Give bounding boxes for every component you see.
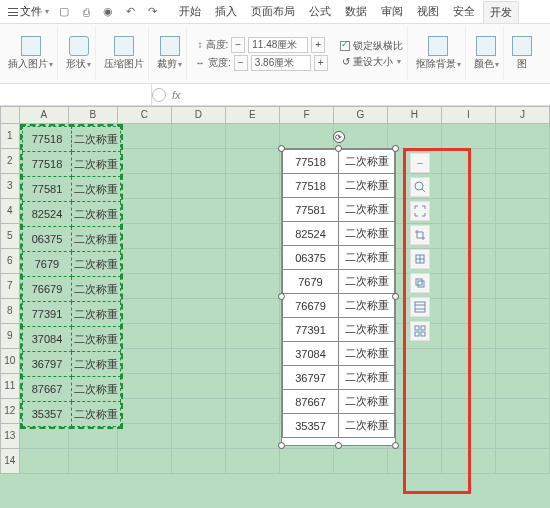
row-header[interactable]: 2 <box>0 149 20 174</box>
col-header-B[interactable]: B <box>69 106 118 124</box>
resize-handle-tr[interactable] <box>392 145 399 152</box>
cell[interactable] <box>172 424 226 449</box>
cell[interactable] <box>226 449 280 474</box>
row-header[interactable]: 6 <box>0 249 20 274</box>
cell[interactable] <box>496 124 550 149</box>
inserted-image-object[interactable]: ⟳ 77518二次称重77518二次称重77581二次称重82524二次称重06… <box>281 148 396 446</box>
cell[interactable] <box>118 249 172 274</box>
resize-handle-t[interactable] <box>335 145 342 152</box>
col-header-I[interactable]: I <box>442 106 496 124</box>
tab-dev[interactable]: 开发 <box>483 1 519 23</box>
cell[interactable] <box>118 274 172 299</box>
resize-handle-bl[interactable] <box>278 442 285 449</box>
resize-handle-l[interactable] <box>278 293 285 300</box>
cell[interactable] <box>118 299 172 324</box>
col-header-H[interactable]: H <box>388 106 442 124</box>
tool-grid-icon[interactable] <box>410 297 430 317</box>
tool-zoom-icon[interactable] <box>410 177 430 197</box>
cell[interactable] <box>496 199 550 224</box>
cell[interactable] <box>172 449 226 474</box>
row-header[interactable]: 12 <box>0 399 20 424</box>
cell[interactable] <box>496 149 550 174</box>
height-dec[interactable]: − <box>231 37 245 53</box>
cell[interactable] <box>172 124 226 149</box>
cell[interactable] <box>172 324 226 349</box>
tool-copy-icon[interactable] <box>410 273 430 293</box>
preview-icon[interactable]: ◉ <box>100 4 116 20</box>
cell[interactable] <box>118 374 172 399</box>
lock-ratio-check[interactable]: 锁定纵横比 <box>340 39 403 53</box>
col-header-J[interactable]: J <box>496 106 550 124</box>
row-header[interactable]: 13 <box>0 424 20 449</box>
col-header-F[interactable]: F <box>280 106 334 124</box>
cell[interactable] <box>118 349 172 374</box>
cell[interactable] <box>226 199 280 224</box>
cell[interactable] <box>226 324 280 349</box>
cell[interactable] <box>172 249 226 274</box>
cell[interactable] <box>118 424 172 449</box>
cell[interactable] <box>496 174 550 199</box>
undo-icon[interactable]: ↶ <box>122 4 138 20</box>
cell[interactable] <box>226 224 280 249</box>
print-icon[interactable]: ⎙ <box>78 4 94 20</box>
tool-brightness-icon[interactable] <box>410 249 430 269</box>
tab-view[interactable]: 视图 <box>411 1 445 23</box>
cell[interactable] <box>226 299 280 324</box>
height-inc[interactable]: + <box>311 37 325 53</box>
cell[interactable] <box>334 449 388 474</box>
cell[interactable] <box>172 274 226 299</box>
cell[interactable] <box>496 449 550 474</box>
tool-crop-icon[interactable] <box>410 225 430 245</box>
cell[interactable] <box>496 224 550 249</box>
cell[interactable] <box>496 424 550 449</box>
resize-handle-br[interactable] <box>392 442 399 449</box>
cell[interactable] <box>226 274 280 299</box>
row-header[interactable]: 1 <box>0 124 20 149</box>
resize-handle-r[interactable] <box>392 293 399 300</box>
compress-button[interactable]: 压缩图片 <box>100 26 149 81</box>
width-inc[interactable]: + <box>314 55 328 71</box>
crop-button[interactable]: 裁剪▾ <box>153 26 187 81</box>
rotate-handle[interactable]: ⟳ <box>333 131 345 143</box>
tab-security[interactable]: 安全 <box>447 1 481 23</box>
cell[interactable] <box>118 199 172 224</box>
tab-review[interactable]: 审阅 <box>375 1 409 23</box>
col-header-G[interactable]: G <box>334 106 388 124</box>
cell[interactable] <box>496 374 550 399</box>
tool-settings-icon[interactable] <box>410 321 430 341</box>
cell[interactable] <box>118 324 172 349</box>
row-header[interactable]: 11 <box>0 374 20 399</box>
row-header[interactable]: 7 <box>0 274 20 299</box>
cell[interactable] <box>496 299 550 324</box>
cell[interactable] <box>226 424 280 449</box>
cell[interactable] <box>118 149 172 174</box>
cell[interactable] <box>226 149 280 174</box>
cell[interactable] <box>172 299 226 324</box>
width-dec[interactable]: − <box>234 55 248 71</box>
row-header[interactable]: 8 <box>0 299 20 324</box>
row-header[interactable]: 3 <box>0 174 20 199</box>
cell[interactable] <box>172 399 226 424</box>
tool-expand-icon[interactable] <box>410 201 430 221</box>
row-header[interactable]: 9 <box>0 324 20 349</box>
color-button[interactable]: 颜色▾ <box>470 26 504 81</box>
tab-insert[interactable]: 插入 <box>209 1 243 23</box>
cell[interactable] <box>20 449 69 474</box>
tool-minus-icon[interactable]: − <box>410 153 430 173</box>
cell[interactable] <box>118 224 172 249</box>
cell[interactable] <box>226 249 280 274</box>
cell[interactable] <box>172 199 226 224</box>
cell[interactable] <box>172 374 226 399</box>
file-menu[interactable]: 文件 ▾ <box>4 4 53 19</box>
cell[interactable] <box>118 124 172 149</box>
resize-handle-tl[interactable] <box>278 145 285 152</box>
redo-icon[interactable]: ↷ <box>144 4 160 20</box>
row-header[interactable]: 5 <box>0 224 20 249</box>
cell[interactable] <box>280 124 334 149</box>
height-input[interactable]: 11.48厘米 <box>248 37 308 53</box>
tab-data[interactable]: 数据 <box>339 1 373 23</box>
cancel-icon[interactable] <box>152 88 166 102</box>
shape-button[interactable]: 形状▾ <box>62 26 96 81</box>
cell[interactable] <box>226 174 280 199</box>
cell[interactable] <box>226 124 280 149</box>
